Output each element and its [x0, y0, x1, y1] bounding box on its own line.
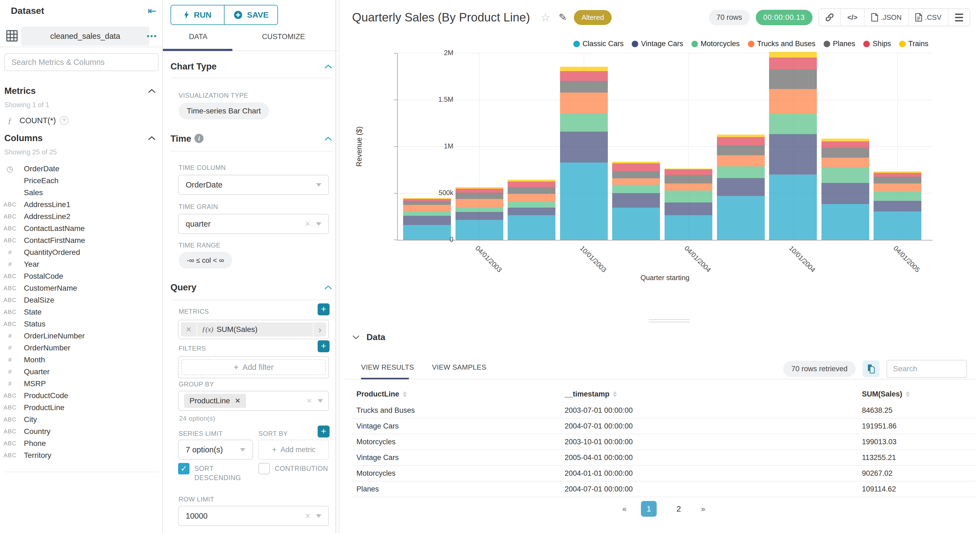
altered-badge[interactable]: Altered: [574, 10, 611, 25]
bar-segment[interactable]: [508, 215, 555, 240]
column-item[interactable]: #Month: [0, 354, 163, 366]
legend-item[interactable]: Vintage Cars: [632, 40, 683, 48]
bar-segment[interactable]: [665, 169, 712, 175]
tab-customize[interactable]: CUSTOMIZE: [262, 33, 305, 41]
stacked-bar[interactable]: [560, 67, 608, 240]
bar-segment[interactable]: [508, 194, 555, 202]
add-filter-dropzone[interactable]: +Add filter: [181, 359, 326, 375]
bar-segment[interactable]: [821, 167, 869, 183]
bar-segment[interactable]: [769, 52, 817, 57]
export-json-button[interactable]: .JSON: [865, 9, 909, 26]
column-header[interactable]: ProductLine: [352, 390, 565, 398]
bar-segment[interactable]: [821, 204, 869, 240]
column-header[interactable]: SUM(Sales): [862, 390, 976, 398]
bar-segment[interactable]: [560, 71, 608, 81]
column-item[interactable]: ABCAddressLine2: [0, 211, 163, 223]
bar-segment[interactable]: [455, 189, 503, 193]
bar-segment[interactable]: [508, 208, 555, 215]
bar-segment[interactable]: [403, 199, 451, 201]
bar-segment[interactable]: [769, 89, 817, 114]
table-row[interactable]: Vintage Cars2005-04-01 00:00:00113255.21: [352, 450, 976, 466]
copy-link-button[interactable]: [819, 9, 841, 26]
legend-item[interactable]: Motorcycles: [691, 40, 740, 48]
column-item[interactable]: ◷OrderDate: [0, 163, 163, 175]
dataset-options-icon[interactable]: •••: [147, 32, 158, 40]
columns-collapse-icon[interactable]: [148, 136, 156, 141]
time-grain-select[interactable]: quarter ✕: [178, 214, 329, 234]
edit-title-icon[interactable]: ✎: [559, 12, 567, 23]
sort-icon[interactable]: [905, 391, 910, 397]
clear-icon[interactable]: ✕: [305, 220, 310, 228]
bar-segment[interactable]: [560, 92, 608, 113]
row-limit-select[interactable]: 10000 ✕: [178, 506, 329, 526]
bar-segment[interactable]: [508, 187, 555, 194]
bar-segment[interactable]: [717, 135, 765, 137]
sort-by-dropzone[interactable]: +Add metric: [258, 440, 329, 460]
bar-segment[interactable]: [612, 163, 660, 171]
clear-icon[interactable]: ✕: [306, 397, 312, 405]
group-by-select[interactable]: ProductLine ✕ ✕: [178, 391, 329, 411]
bar-segment[interactable]: [717, 166, 765, 178]
column-item[interactable]: ABCAddressLine1: [0, 199, 163, 211]
bar-segment[interactable]: [769, 175, 817, 240]
metric-item[interactable]: ƒ COUNT(*) ?: [0, 114, 163, 127]
time-collapse-icon[interactable]: [324, 136, 332, 141]
contribution-checkbox[interactable]: CONTRIBUTION: [258, 463, 328, 474]
bar-segment[interactable]: [403, 205, 451, 212]
legend-item[interactable]: Planes: [824, 40, 855, 48]
save-button[interactable]: SAVE: [224, 5, 278, 25]
bar-segment[interactable]: [665, 191, 712, 203]
bar-segment[interactable]: [873, 212, 921, 240]
legend-item[interactable]: Classic Cars: [573, 40, 624, 48]
bar-segment[interactable]: [403, 212, 451, 216]
column-item[interactable]: #OrderLineNumber: [0, 330, 163, 342]
info-icon[interactable]: i: [194, 134, 204, 143]
tab-view-results[interactable]: VIEW RESULTS: [361, 363, 414, 372]
export-csv-button[interactable]: .CSV: [908, 9, 948, 26]
bar-segment[interactable]: [508, 180, 555, 181]
bar-segment[interactable]: [717, 178, 765, 196]
bar-segment[interactable]: [455, 208, 503, 212]
sidebar-search-input[interactable]: [5, 54, 158, 70]
stacked-bar[interactable]: [455, 187, 503, 240]
legend-item[interactable]: Ships: [863, 40, 891, 48]
remove-tag-icon[interactable]: ✕: [235, 397, 240, 405]
series-limit-select[interactable]: 7 option(s): [178, 440, 253, 460]
column-item[interactable]: #QuantityOrdered: [0, 247, 163, 258]
column-item[interactable]: ABCContactLastName: [0, 223, 163, 234]
stacked-bar[interactable]: [403, 198, 451, 240]
table-row[interactable]: Motorcycles2004-01-01 00:00:0090267.02: [352, 466, 976, 481]
bar-segment[interactable]: [612, 193, 660, 208]
bar-segment[interactable]: [821, 142, 869, 148]
bar-segment[interactable]: [769, 114, 817, 134]
tab-data[interactable]: DATA: [189, 33, 207, 41]
bar-segment[interactable]: [821, 139, 869, 142]
sidebar-search[interactable]: [4, 53, 159, 71]
chart-type-collapse-icon[interactable]: [324, 64, 332, 69]
stacked-bar[interactable]: [508, 180, 555, 240]
bar-segment[interactable]: [403, 216, 451, 225]
legend-item[interactable]: Trucks and Buses: [748, 40, 816, 48]
bar-segment[interactable]: [873, 177, 921, 184]
clear-icon[interactable]: ✕: [305, 512, 310, 520]
pagination-prev[interactable]: «: [622, 504, 627, 514]
collapse-sidebar-icon[interactable]: ⇤: [148, 5, 156, 17]
table-row[interactable]: Motorcycles2003-10-01 00:00:00199013.03: [352, 434, 976, 450]
more-options-button[interactable]: [948, 9, 970, 26]
metric-pill[interactable]: ✕ ƒ(x) SUM(Sales) ›: [181, 322, 326, 337]
column-item[interactable]: #OrderNumber: [0, 342, 163, 354]
bar-segment[interactable]: [612, 171, 660, 178]
bar-segment[interactable]: [821, 148, 869, 158]
metrics-collapse-icon[interactable]: [148, 89, 156, 93]
column-header[interactable]: __timestamp: [565, 390, 862, 398]
column-item[interactable]: ABCTerritory: [0, 449, 163, 461]
stacked-bar[interactable]: [717, 135, 765, 240]
column-item[interactable]: ABCProductCode: [0, 390, 163, 402]
bar-segment[interactable]: [455, 212, 503, 220]
bar-segment[interactable]: [717, 155, 765, 166]
copy-data-button[interactable]: [863, 360, 880, 377]
table-row[interactable]: Planes2004-07-01 00:00:00109114.62: [352, 481, 976, 497]
stacked-bar[interactable]: [769, 52, 817, 240]
bar-segment[interactable]: [560, 113, 608, 132]
column-item[interactable]: ABCDealSize: [0, 294, 163, 306]
